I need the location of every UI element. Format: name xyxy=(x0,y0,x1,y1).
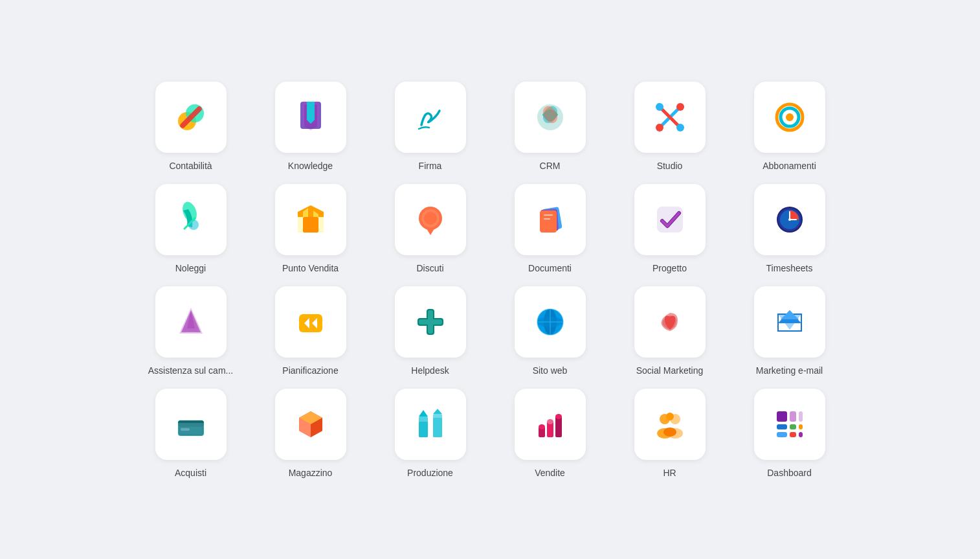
svg-rect-28 xyxy=(544,218,550,220)
app-icon-firma xyxy=(395,82,466,153)
app-icon-contabilita xyxy=(155,82,227,153)
svg-point-18 xyxy=(188,220,199,230)
app-hr[interactable]: HR xyxy=(613,389,726,478)
svg-point-13 xyxy=(676,124,684,131)
app-icon-progetto xyxy=(634,184,706,255)
app-label-studio: Studio xyxy=(657,161,683,171)
app-timesheets[interactable]: Timesheets xyxy=(733,184,846,273)
app-produzione[interactable]: Produzione xyxy=(373,389,487,478)
svg-rect-76 xyxy=(547,419,553,424)
app-icon-sito-web xyxy=(515,286,586,358)
app-icon-hr xyxy=(634,389,706,460)
app-icon-studio xyxy=(634,82,706,153)
app-icon-assistenza xyxy=(155,286,227,358)
app-dashboard[interactable]: Dashboard xyxy=(733,389,846,478)
app-marketing-email[interactable]: Marketing e-mail xyxy=(733,286,846,376)
svg-rect-67 xyxy=(419,416,428,437)
app-label-acquisti: Acquisti xyxy=(175,468,206,478)
svg-point-22 xyxy=(424,212,437,225)
svg-rect-27 xyxy=(544,214,553,216)
svg-point-10 xyxy=(656,103,663,111)
app-label-produzione: Produzione xyxy=(407,468,453,478)
app-label-vendite: Vendite xyxy=(535,468,565,478)
app-icon-marketing-email xyxy=(754,286,825,358)
app-documenti[interactable]: Documenti xyxy=(493,184,607,273)
app-label-noleggi: Noleggi xyxy=(175,263,206,273)
svg-point-82 xyxy=(666,413,674,420)
svg-rect-87 xyxy=(777,424,787,429)
app-knowledge[interactable]: Knowledge xyxy=(254,82,367,171)
svg-rect-19 xyxy=(303,217,318,233)
app-label-punto-vendita: Punto Vendita xyxy=(282,263,339,273)
app-label-magazzino: Magazzino xyxy=(289,468,333,478)
app-label-documenti: Documenti xyxy=(528,263,572,273)
app-label-crm: CRM xyxy=(540,161,561,171)
svg-rect-91 xyxy=(790,432,796,437)
app-assistenza[interactable]: Assistenza sul cam... xyxy=(134,286,247,376)
app-icon-crm xyxy=(515,82,586,153)
app-discuti[interactable]: Discuti xyxy=(373,184,487,273)
app-vendite[interactable]: Vendite xyxy=(493,389,607,478)
svg-rect-89 xyxy=(790,424,796,429)
svg-rect-60 xyxy=(179,422,203,435)
svg-rect-69 xyxy=(433,414,442,437)
app-icon-documenti xyxy=(515,184,586,255)
app-icon-noleggi xyxy=(155,184,227,255)
app-crm[interactable]: CRM xyxy=(493,82,607,171)
svg-rect-86 xyxy=(799,411,803,422)
app-studio[interactable]: Studio xyxy=(613,82,726,171)
app-label-firma: Firma xyxy=(419,161,442,171)
app-label-social-marketing: Social Marketing xyxy=(636,365,704,376)
app-progetto[interactable]: Progetto xyxy=(613,184,726,273)
svg-rect-85 xyxy=(790,411,796,422)
svg-rect-74 xyxy=(555,416,562,437)
app-icon-magazzino xyxy=(275,389,346,460)
svg-point-16 xyxy=(786,113,794,121)
app-noleggi[interactable]: Noleggi xyxy=(134,184,247,273)
app-label-helpdesk: Helpdesk xyxy=(411,365,449,376)
app-label-abbonamenti: Abbonamenti xyxy=(763,161,816,171)
svg-rect-88 xyxy=(777,432,787,437)
app-magazzino[interactable]: Magazzino xyxy=(254,389,367,478)
app-label-contabilita: Contabilità xyxy=(169,161,212,171)
app-label-knowledge: Knowledge xyxy=(288,161,333,171)
app-icon-acquisti xyxy=(155,389,227,460)
app-abbonamenti[interactable]: Abbonamenti xyxy=(733,82,846,171)
app-icon-pianificazione xyxy=(275,286,346,358)
svg-point-11 xyxy=(676,103,684,111)
app-acquisti[interactable]: Acquisti xyxy=(134,389,247,478)
svg-marker-23 xyxy=(427,229,434,235)
app-icon-abbonamenti xyxy=(754,82,825,153)
svg-rect-75 xyxy=(539,424,545,429)
app-label-timesheets: Timesheets xyxy=(766,263,813,273)
app-label-discuti: Discuti xyxy=(416,263,443,273)
app-sito-web[interactable]: Sito web xyxy=(493,286,607,376)
svg-point-83 xyxy=(663,428,676,437)
svg-rect-90 xyxy=(799,424,803,429)
svg-rect-84 xyxy=(777,411,787,422)
app-icon-punto-vendita xyxy=(275,184,346,255)
app-label-progetto: Progetto xyxy=(652,263,687,273)
app-helpdesk[interactable]: Helpdesk xyxy=(373,286,487,376)
app-social-marketing[interactable]: Social Marketing xyxy=(613,286,726,376)
app-label-assistenza: Assistenza sul cam... xyxy=(148,365,234,376)
app-label-hr: HR xyxy=(663,468,676,478)
app-label-dashboard: Dashboard xyxy=(767,468,812,478)
app-pianificazione[interactable]: Pianificazione xyxy=(254,286,367,376)
svg-point-12 xyxy=(656,124,663,131)
svg-marker-71 xyxy=(433,409,442,414)
app-icon-produzione xyxy=(395,389,466,460)
svg-marker-70 xyxy=(419,410,428,416)
app-icon-discuti xyxy=(395,184,466,255)
svg-rect-92 xyxy=(799,432,803,437)
app-icon-timesheets xyxy=(754,184,825,255)
app-label-marketing-email: Marketing e-mail xyxy=(756,365,823,376)
app-firma[interactable]: Firma xyxy=(373,82,487,171)
app-label-pianificazione: Pianificazione xyxy=(282,365,338,376)
svg-rect-45 xyxy=(419,319,442,325)
app-contabilita[interactable]: Contabilità xyxy=(134,82,247,171)
app-icon-vendite xyxy=(515,389,586,460)
app-label-sito-web: Sito web xyxy=(533,365,568,376)
app-punto-vendita[interactable]: Punto Vendita xyxy=(254,184,367,273)
app-grid: Contabilità Knowledge Firma xyxy=(134,82,846,478)
